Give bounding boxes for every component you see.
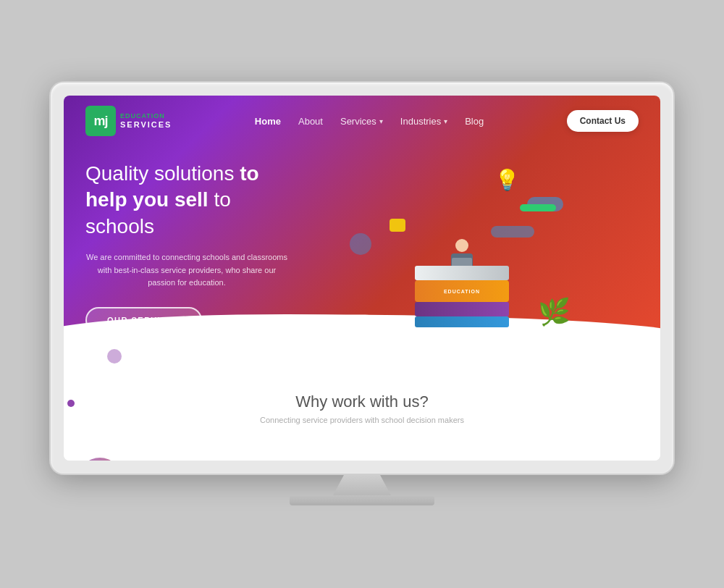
navbar: mj EDUCATION SERVICES Home About (64, 96, 660, 146)
person-illustration (451, 239, 473, 269)
monitor-screen: mj EDUCATION SERVICES Home About (51, 83, 673, 474)
person-head (455, 239, 468, 252)
lightbulb-icon: 💡 (494, 168, 520, 192)
logo-education: EDUCATION (120, 113, 172, 120)
nav-home-link[interactable]: Home (255, 116, 281, 127)
nav-services-link[interactable]: Services (340, 116, 383, 127)
chat-bubble-decoration (390, 219, 405, 232)
deco-circle-large (78, 458, 122, 461)
nav-links: Home About Services Industries Blog (255, 114, 484, 127)
monitor-wrapper: mj EDUCATION SERVICES Home About (51, 83, 673, 505)
nav-about[interactable]: About (298, 114, 323, 127)
monitor-base (290, 495, 434, 505)
dot-decoration (350, 233, 371, 255)
deco-dot (67, 400, 75, 407)
books-stack: EDUCATION (415, 266, 509, 327)
headline-part4: schools (85, 215, 154, 238)
headline-part3: to (209, 188, 231, 211)
logo-services: SERVICES (120, 120, 172, 129)
book-white (415, 266, 509, 280)
cloud-decoration-2 (491, 226, 534, 238)
nav-about-link[interactable]: About (298, 116, 323, 127)
deco-circle-small (107, 349, 122, 364)
logo-icon: mj (85, 106, 116, 136)
screen-inner: mj EDUCATION SERVICES Home About (64, 96, 660, 461)
book-blue (415, 316, 509, 327)
hero-subtext: We are committed to connecting schools a… (85, 251, 288, 290)
cta-button[interactable]: OUR SERVICES (85, 307, 202, 333)
book-label: EDUCATION (444, 289, 480, 294)
below-hero-section: Why work with us? Connecting service pro… (64, 371, 660, 461)
why-section-subtitle: Connecting service providers with school… (260, 416, 464, 424)
headline-bold1: to (240, 162, 258, 185)
book-purple (415, 302, 509, 316)
contact-button[interactable]: Contact Us (567, 110, 639, 132)
nav-industries[interactable]: Industries (400, 116, 447, 127)
hero-illustration: 💡 (346, 161, 578, 349)
logo-text: EDUCATION SERVICES (120, 113, 172, 129)
hero-headline: Quality solutions to help you sell to sc… (85, 161, 346, 240)
nav-industries-link[interactable]: Industries (400, 116, 447, 127)
green-bar-decoration (520, 204, 556, 211)
headline-part2: help you sell (85, 188, 209, 211)
logo: mj EDUCATION SERVICES (85, 106, 172, 136)
book-orange: EDUCATION (415, 280, 509, 302)
nav-blog-link[interactable]: Blog (465, 116, 484, 127)
hero-content: Quality solutions to help you sell to sc… (64, 146, 660, 349)
nav-home[interactable]: Home (255, 114, 281, 127)
hero-section: mj EDUCATION SERVICES Home About (64, 96, 660, 371)
logo-icon-text: mj (93, 114, 107, 129)
nav-blog[interactable]: Blog (465, 114, 484, 127)
plant-icon: 🌿 (538, 297, 571, 327)
headline-part1: Quality solutions (85, 162, 240, 185)
why-section-title: Why work with us? (295, 392, 428, 411)
monitor-neck (333, 474, 391, 495)
nav-services[interactable]: Services (340, 116, 383, 127)
hero-text: Quality solutions to help you sell to sc… (85, 161, 346, 333)
